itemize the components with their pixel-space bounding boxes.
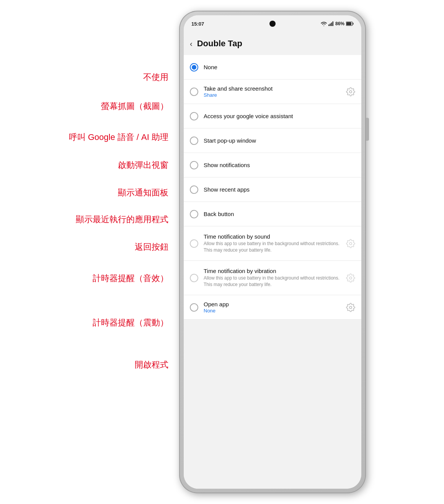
radio-popup[interactable] (190, 137, 198, 145)
svg-rect-2 (331, 23, 332, 26)
radio-recent[interactable] (190, 185, 198, 194)
option-open-app-sublabel: None (204, 308, 341, 314)
recent-label: 顯示最近執行的應用程式 (76, 214, 168, 225)
radio-timer-vibration[interactable] (190, 274, 198, 282)
battery-percent: 86% (335, 21, 344, 26)
option-timer-sound[interactable]: Time notification by sound Allow this ap… (184, 226, 361, 261)
status-bar: 15:07 86% (184, 15, 361, 32)
option-back-text: Back button (204, 211, 355, 217)
radio-back[interactable] (190, 210, 198, 218)
option-timer-sound-text: Time notification by sound Allow this ap… (204, 233, 341, 254)
svg-rect-5 (353, 23, 354, 25)
option-none-text: None (204, 64, 355, 70)
page-title: Double Tap (197, 39, 242, 49)
gear-icon-timer-sound[interactable] (346, 239, 355, 248)
option-popup-label: Start pop-up window (204, 137, 355, 144)
option-timer-sound-desc: Allow this app to use battery in the bac… (204, 241, 341, 254)
radio-none[interactable] (190, 63, 198, 72)
open-app-label: 開啟程式 (135, 359, 168, 371)
option-google-text: Access your google voice assistant (204, 113, 355, 119)
svg-point-8 (349, 242, 352, 245)
option-back[interactable]: Back button (184, 202, 361, 226)
svg-rect-1 (330, 24, 331, 26)
notifications-label: 顯示通知面板 (118, 187, 168, 198)
option-timer-sound-label: Time notification by sound (204, 233, 341, 240)
phone-screen: 15:07 86% (184, 15, 361, 489)
back-button[interactable]: ‹ (190, 39, 193, 48)
option-timer-vibration[interactable]: Time notification by vibration Allow thi… (184, 261, 361, 295)
option-screenshot-text: Take and share screenshot Share (204, 85, 341, 98)
gear-icon-timer-vib[interactable] (346, 273, 355, 283)
option-open-app[interactable]: Open app None (184, 295, 361, 320)
option-open-app-text: Open app None (204, 301, 341, 314)
signal-icon (328, 21, 334, 26)
timer-vib-label: 計時器提醒（震動） (93, 317, 168, 328)
radio-timer-sound[interactable] (190, 239, 198, 248)
none-label: 不使用 (143, 72, 168, 83)
option-timer-vib-desc: Allow this app to use battery in the bac… (204, 275, 341, 288)
battery-icon (346, 21, 354, 26)
option-google-voice[interactable]: Access your google voice assistant (184, 104, 361, 128)
wifi-icon (321, 21, 327, 26)
google-label: 呼叫 Google 語音 / AI 助理 (69, 132, 168, 143)
option-none[interactable]: None (184, 55, 361, 80)
radio-open-app[interactable] (190, 303, 198, 312)
option-notifications-text: Show notifications (204, 162, 355, 168)
back-label: 返回按鈕 (135, 242, 168, 253)
gear-icon-screenshot[interactable] (346, 87, 355, 96)
app-header: ‹ Double Tap (184, 32, 361, 55)
camera-notch (269, 21, 276, 27)
option-popup[interactable]: Start pop-up window (184, 128, 361, 153)
svg-point-7 (349, 91, 352, 93)
timer-sound-label: 計時器提醒（音效） (93, 273, 168, 284)
gear-icon-open-app[interactable] (346, 303, 355, 312)
svg-point-9 (349, 277, 352, 279)
option-screenshot-sublabel: Share (204, 92, 341, 98)
option-notifications-label: Show notifications (204, 162, 355, 168)
app-content: ‹ Double Tap None Take and share screens… (184, 32, 361, 489)
option-none-label: None (204, 64, 355, 70)
option-recent-label: Show recent apps (204, 186, 355, 193)
option-timer-vib-label: Time notification by vibration (204, 268, 341, 274)
status-icons: 86% (321, 21, 354, 26)
popup-label: 啟動彈出視窗 (118, 160, 168, 171)
option-open-app-label: Open app (204, 301, 341, 307)
option-recent-text: Show recent apps (204, 186, 355, 193)
phone-frame: 15:07 86% (179, 11, 366, 493)
option-screenshot[interactable]: Take and share screenshot Share (184, 80, 361, 104)
option-recent-apps[interactable]: Show recent apps (184, 177, 361, 202)
svg-rect-3 (332, 21, 333, 26)
option-google-label: Access your google voice assistant (204, 113, 355, 119)
screenshot-label: 螢幕抓圖（截圖） (101, 101, 168, 112)
options-list: None Take and share screenshot Share (184, 55, 361, 320)
option-screenshot-label: Take and share screenshot (204, 85, 341, 92)
option-notifications[interactable]: Show notifications (184, 153, 361, 177)
svg-point-10 (349, 306, 352, 309)
svg-rect-6 (346, 22, 351, 25)
annotations-panel: 不使用螢幕抓圖（截圖）呼叫 Google 語音 / AI 助理啟動彈出視窗顯示通… (0, 0, 176, 504)
status-time: 15:07 (191, 21, 204, 27)
radio-screenshot[interactable] (190, 88, 198, 96)
radio-notifications[interactable] (190, 161, 198, 169)
option-timer-vib-text: Time notification by vibration Allow thi… (204, 268, 341, 288)
radio-google-voice[interactable] (190, 112, 198, 120)
option-back-label: Back button (204, 211, 355, 217)
svg-rect-0 (328, 24, 330, 26)
option-popup-text: Start pop-up window (204, 137, 355, 144)
